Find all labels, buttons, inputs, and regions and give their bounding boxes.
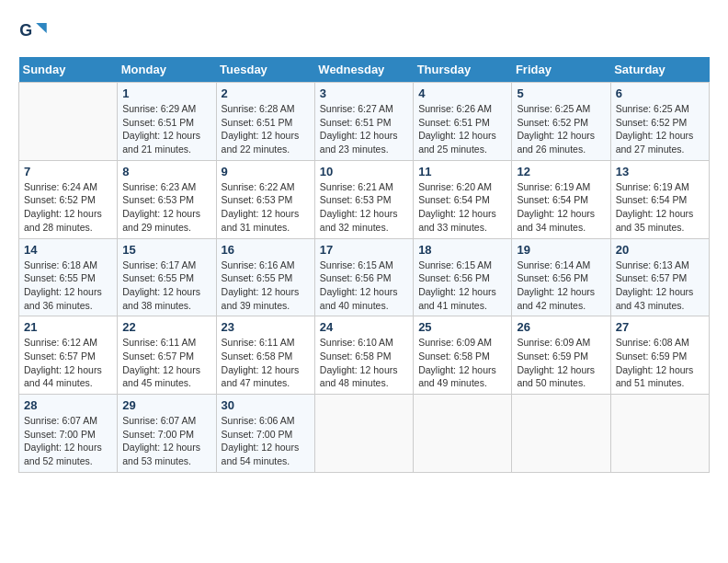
calendar-cell: 11 Sunrise: 6:20 AMSunset: 6:54 PMDaylig… [414,160,512,238]
day-info: Sunrise: 6:15 AMSunset: 6:56 PMDaylight:… [320,259,398,311]
day-number: 17 [320,243,408,257]
day-number: 24 [320,320,408,334]
calendar-cell [610,395,709,473]
header-sunday: Sunday [19,57,118,83]
calendar-cell: 17 Sunrise: 6:15 AMSunset: 6:56 PMDaylig… [314,238,413,316]
day-number: 16 [222,243,310,257]
week-row-5: 28 Sunrise: 6:07 AMSunset: 7:00 PMDaylig… [19,395,710,473]
day-number: 13 [616,165,704,178]
day-number: 12 [517,165,605,178]
day-info: Sunrise: 6:19 AMSunset: 6:54 PMDaylight:… [517,181,595,233]
calendar-cell: 22 Sunrise: 6:11 AMSunset: 6:57 PMDaylig… [118,316,216,395]
day-info: Sunrise: 6:08 AMSunset: 6:59 PMDaylight:… [616,337,694,388]
svg-text:G: G [19,21,32,40]
calendar-cell: 28 Sunrise: 6:07 AMSunset: 7:00 PMDaylig… [19,395,118,473]
calendar-cell: 21 Sunrise: 6:12 AMSunset: 6:57 PMDaylig… [19,316,118,395]
calendar-cell: 1 Sunrise: 6:29 AMSunset: 6:51 PMDayligh… [118,83,216,161]
calendar-cell [19,83,118,161]
day-number: 1 [122,86,210,100]
day-number: 27 [616,320,704,334]
day-info: Sunrise: 6:07 AMSunset: 7:00 PMDaylight:… [122,415,200,466]
calendar-cell: 6 Sunrise: 6:25 AMSunset: 6:52 PMDayligh… [610,83,709,161]
day-number: 4 [418,86,506,100]
day-number: 11 [418,165,506,178]
week-row-2: 7 Sunrise: 6:24 AMSunset: 6:52 PMDayligh… [19,160,710,238]
calendar-cell: 8 Sunrise: 6:23 AMSunset: 6:53 PMDayligh… [118,160,216,238]
day-info: Sunrise: 6:15 AMSunset: 6:56 PMDaylight:… [418,259,496,311]
calendar-cell: 14 Sunrise: 6:18 AMSunset: 6:55 PMDaylig… [19,238,118,316]
header-tuesday: Tuesday [216,57,314,83]
calendar-cell [512,395,610,473]
day-number: 19 [517,243,605,257]
day-number: 22 [122,320,210,334]
day-number: 25 [418,320,506,334]
day-number: 14 [24,243,112,257]
day-number: 2 [222,86,310,100]
day-info: Sunrise: 6:22 AMSunset: 6:53 PMDaylight:… [222,181,300,233]
header-friday: Friday [512,57,610,83]
calendar-cell: 25 Sunrise: 6:09 AMSunset: 6:58 PMDaylig… [414,316,512,395]
day-number: 29 [122,398,210,412]
day-number: 9 [222,165,310,178]
day-info: Sunrise: 6:09 AMSunset: 6:59 PMDaylight:… [517,337,595,388]
calendar-cell: 24 Sunrise: 6:10 AMSunset: 6:58 PMDaylig… [314,316,413,395]
day-number: 30 [222,398,310,412]
calendar-cell: 13 Sunrise: 6:19 AMSunset: 6:54 PMDaylig… [610,160,709,238]
calendar-cell: 7 Sunrise: 6:24 AMSunset: 6:52 PMDayligh… [19,160,118,238]
header-monday: Monday [118,57,216,83]
day-number: 23 [222,320,310,334]
week-row-1: 1 Sunrise: 6:29 AMSunset: 6:51 PMDayligh… [19,83,710,161]
day-info: Sunrise: 6:10 AMSunset: 6:58 PMDaylight:… [320,337,398,388]
day-info: Sunrise: 6:09 AMSunset: 6:58 PMDaylight:… [418,337,496,388]
calendar-cell: 2 Sunrise: 6:28 AMSunset: 6:51 PMDayligh… [216,83,314,161]
calendar-cell: 20 Sunrise: 6:13 AMSunset: 6:57 PMDaylig… [610,238,709,316]
calendar-cell: 4 Sunrise: 6:26 AMSunset: 6:51 PMDayligh… [414,83,512,161]
day-info: Sunrise: 6:23 AMSunset: 6:53 PMDaylight:… [122,181,200,233]
day-number: 5 [517,86,605,100]
day-number: 28 [24,398,112,412]
week-row-4: 21 Sunrise: 6:12 AMSunset: 6:57 PMDaylig… [19,316,710,395]
day-info: Sunrise: 6:17 AMSunset: 6:55 PMDaylight:… [122,259,200,311]
day-info: Sunrise: 6:19 AMSunset: 6:54 PMDaylight:… [616,181,694,233]
header-wednesday: Wednesday [314,57,413,83]
day-number: 3 [320,86,408,100]
day-info: Sunrise: 6:28 AMSunset: 6:51 PMDaylight:… [222,103,300,155]
calendar-cell: 18 Sunrise: 6:15 AMSunset: 6:56 PMDaylig… [414,238,512,316]
calendar-cell: 15 Sunrise: 6:17 AMSunset: 6:55 PMDaylig… [118,238,216,316]
day-info: Sunrise: 6:11 AMSunset: 6:57 PMDaylight:… [122,337,200,388]
calendar-cell: 19 Sunrise: 6:14 AMSunset: 6:56 PMDaylig… [512,238,610,316]
day-number: 18 [418,243,506,257]
day-info: Sunrise: 6:11 AMSunset: 6:58 PMDaylight:… [222,337,300,388]
day-number: 7 [24,165,112,178]
day-info: Sunrise: 6:13 AMSunset: 6:57 PMDaylight:… [616,259,694,311]
calendar-header-row: SundayMondayTuesdayWednesdayThursdayFrid… [19,57,710,83]
day-info: Sunrise: 6:26 AMSunset: 6:51 PMDaylight:… [418,103,496,155]
calendar-cell: 29 Sunrise: 6:07 AMSunset: 7:00 PMDaylig… [118,395,216,473]
day-info: Sunrise: 6:27 AMSunset: 6:51 PMDaylight:… [320,103,398,155]
day-info: Sunrise: 6:24 AMSunset: 6:52 PMDaylight:… [24,181,102,233]
day-number: 15 [122,243,210,257]
day-info: Sunrise: 6:18 AMSunset: 6:55 PMDaylight:… [24,259,102,311]
logo-icon: G [18,18,48,48]
svg-marker-1 [36,23,47,33]
header-thursday: Thursday [414,57,512,83]
day-info: Sunrise: 6:20 AMSunset: 6:54 PMDaylight:… [418,181,496,233]
day-info: Sunrise: 6:06 AMSunset: 7:00 PMDaylight:… [222,415,300,466]
header-saturday: Saturday [610,57,709,83]
day-number: 8 [122,165,210,178]
day-info: Sunrise: 6:14 AMSunset: 6:56 PMDaylight:… [517,259,595,311]
day-number: 20 [616,243,704,257]
calendar-cell [414,395,512,473]
calendar-cell: 23 Sunrise: 6:11 AMSunset: 6:58 PMDaylig… [216,316,314,395]
calendar-cell: 9 Sunrise: 6:22 AMSunset: 6:53 PMDayligh… [216,160,314,238]
calendar-cell: 27 Sunrise: 6:08 AMSunset: 6:59 PMDaylig… [610,316,709,395]
day-info: Sunrise: 6:21 AMSunset: 6:53 PMDaylight:… [320,181,398,233]
logo: G [18,18,51,48]
calendar-cell: 3 Sunrise: 6:27 AMSunset: 6:51 PMDayligh… [314,83,413,161]
calendar-cell: 5 Sunrise: 6:25 AMSunset: 6:52 PMDayligh… [512,83,610,161]
day-info: Sunrise: 6:07 AMSunset: 7:00 PMDaylight:… [24,415,102,466]
calendar-cell: 30 Sunrise: 6:06 AMSunset: 7:00 PMDaylig… [216,395,314,473]
calendar-cell: 26 Sunrise: 6:09 AMSunset: 6:59 PMDaylig… [512,316,610,395]
calendar-cell: 16 Sunrise: 6:16 AMSunset: 6:55 PMDaylig… [216,238,314,316]
calendar-cell: 12 Sunrise: 6:19 AMSunset: 6:54 PMDaylig… [512,160,610,238]
